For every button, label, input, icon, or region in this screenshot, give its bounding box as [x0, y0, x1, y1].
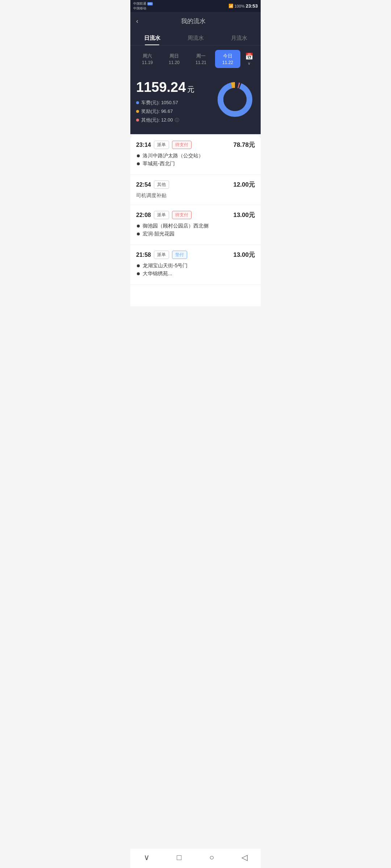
- dest-dot: [137, 233, 140, 235]
- tag-other: 其他: [154, 180, 169, 189]
- location-origin: 洛川中路沪太路（公交站）: [137, 153, 255, 159]
- tx-header: 22:08 派单 待支付 13.00元: [136, 211, 255, 219]
- tag-dispatch: 派单: [154, 251, 169, 259]
- location-origin: 龙湖宝山天街-5号门: [137, 263, 255, 269]
- dest-dot: [137, 162, 140, 165]
- chevron-down-icon: ∨: [248, 61, 251, 66]
- fare-dot: [136, 101, 139, 104]
- tx-header: 22:54 其他 12.00元: [136, 180, 255, 189]
- tab-bar: 日流水 周流水 月流水: [130, 30, 261, 46]
- day-saturday[interactable]: 周六 11.19: [135, 50, 160, 68]
- location-dest: 大华锦绣苑...: [137, 271, 255, 277]
- time-display: 23:53: [246, 3, 258, 9]
- carrier-info: 中国联通 HD 中国移动: [133, 1, 153, 10]
- tag-pending: 待支付: [172, 211, 192, 219]
- breakdown-fare: 车费(元): 1050.57: [136, 99, 194, 106]
- svg-point-3: [223, 88, 247, 111]
- bonus-dot: [136, 110, 139, 113]
- status-right: 📶 100% 23:53: [228, 3, 258, 9]
- day-selector: 周六 11.19 周日 11.20 周一 11.21 今日 11.22 📅 ∨: [130, 46, 261, 72]
- tag-dispatch: 派单: [154, 211, 169, 219]
- tag-advance: 垫付: [172, 251, 187, 259]
- tx-description: 司机调度补贴: [136, 192, 255, 199]
- location-dest: 莘城苑-西北门: [137, 161, 255, 167]
- dest-dot: [137, 272, 140, 275]
- battery-icon: 100%: [235, 4, 245, 8]
- info-icon[interactable]: ⓘ: [175, 117, 179, 123]
- status-bar: 中国联通 HD 中国移动 📶 100% 23:53: [130, 0, 261, 12]
- other-dot: [136, 119, 139, 122]
- day-monday[interactable]: 周一 11.21: [188, 50, 214, 68]
- tag-pending: 待支付: [172, 141, 192, 149]
- tx-header: 21:58 派单 垫付 13.00元: [136, 251, 255, 259]
- transaction-item: 21:58 派单 垫付 13.00元 龙湖宝山天街-5号门 大华锦绣苑...: [130, 245, 261, 285]
- day-today[interactable]: 今日 11.22: [215, 50, 240, 68]
- tx-locations: 御池园（顾村公园店）西北侧 宏润·韶光花园: [137, 223, 255, 237]
- calendar-button[interactable]: 📅 ∨: [242, 52, 256, 66]
- tab-daily[interactable]: 日流水: [130, 30, 174, 45]
- transaction-item: 23:14 派单 待支付 78.78元 洛川中路沪太路（公交站） 莘城苑-西北门: [130, 135, 261, 175]
- signal-icon: 📶: [228, 4, 234, 8]
- origin-dot: [137, 264, 140, 267]
- tab-weekly[interactable]: 周流水: [174, 30, 217, 45]
- transaction-list: 23:14 派单 待支付 78.78元 洛川中路沪太路（公交站） 莘城苑-西北门…: [130, 135, 261, 306]
- page-header: ‹ 我的流水: [130, 12, 261, 30]
- back-button[interactable]: ‹: [136, 17, 138, 25]
- tx-locations: 龙湖宝山天街-5号门 大华锦绣苑...: [137, 263, 255, 277]
- page-title: 我的流水: [142, 17, 245, 25]
- tag-dispatch: 派单: [154, 141, 169, 149]
- tx-header: 23:14 派单 待支付 78.78元: [136, 141, 255, 149]
- summary-section: 1159.24 元 车费(元): 1050.57 奖励(元): 96.67 其他…: [130, 72, 261, 134]
- origin-dot: [137, 154, 140, 157]
- breakdown-bonus: 奖励(元): 96.67: [136, 108, 194, 115]
- tab-monthly[interactable]: 月流水: [217, 30, 261, 45]
- calendar-icon: 📅: [245, 52, 253, 60]
- day-sunday[interactable]: 周日 11.20: [161, 50, 187, 68]
- summary-left: 1159.24 元 车费(元): 1050.57 奖励(元): 96.67 其他…: [136, 80, 194, 125]
- tx-locations: 洛川中路沪太路（公交站） 莘城苑-西北门: [137, 153, 255, 167]
- breakdown-other: 其他(元): 12.00 ⓘ: [136, 117, 194, 123]
- transaction-item: 22:54 其他 12.00元 司机调度补贴: [130, 175, 261, 205]
- donut-chart: [215, 80, 255, 119]
- location-origin: 御池园（顾村公园店）西北侧: [137, 223, 255, 229]
- transaction-item: 22:08 派单 待支付 13.00元 御池园（顾村公园店）西北侧 宏润·韶光花…: [130, 205, 261, 245]
- origin-dot: [137, 225, 140, 227]
- total-amount: 1159.24 元: [136, 80, 194, 95]
- location-dest: 宏润·韶光花园: [137, 231, 255, 237]
- breakdown-list: 车费(元): 1050.57 奖励(元): 96.67 其他(元): 12.00…: [136, 99, 194, 123]
